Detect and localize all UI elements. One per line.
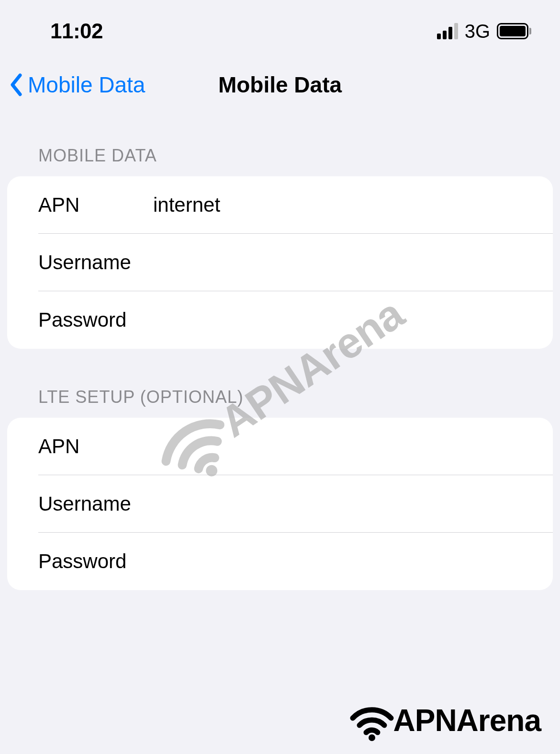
apn-label: APN [38, 194, 153, 217]
lte-password-row[interactable]: Password [7, 533, 553, 590]
password-input[interactable] [153, 308, 553, 331]
section-header-mobile-data: MOBILE DATA [7, 146, 553, 176]
section-group-mobile-data: APN Username Password [7, 176, 553, 349]
lte-password-label: Password [38, 550, 153, 573]
battery-icon [497, 23, 531, 39]
svg-point-1 [369, 734, 375, 741]
section-header-lte-setup: LTE SETUP (OPTIONAL) [7, 387, 553, 418]
navigation-bar: Mobile Data Mobile Data [0, 57, 560, 117]
username-input[interactable] [153, 251, 553, 274]
status-bar: 11:02 3G [0, 0, 560, 57]
lte-apn-input[interactable] [153, 435, 553, 458]
section-group-lte-setup: APN Username Password [7, 418, 553, 590]
username-row[interactable]: Username [7, 234, 553, 291]
lte-password-input[interactable] [153, 550, 553, 573]
password-label: Password [38, 308, 153, 331]
back-button[interactable]: Mobile Data [10, 72, 145, 98]
lte-username-row[interactable]: Username [7, 475, 553, 533]
apn-row[interactable]: APN [7, 176, 553, 234]
cellular-signal-icon [437, 23, 458, 39]
status-time: 11:02 [50, 19, 103, 43]
username-label: Username [38, 251, 153, 274]
status-indicators: 3G [437, 21, 531, 42]
watermark-bottom: APNArena [348, 697, 541, 744]
content-area: MOBILE DATA APN Username Password LTE SE… [0, 117, 560, 590]
lte-apn-row[interactable]: APN [7, 418, 553, 475]
chevron-left-icon [10, 73, 23, 96]
network-type: 3G [465, 21, 490, 42]
wifi-icon [348, 697, 396, 744]
lte-username-input[interactable] [153, 492, 553, 515]
apn-input[interactable] [153, 194, 553, 217]
back-label: Mobile Data [28, 72, 145, 98]
lte-username-label: Username [38, 492, 153, 515]
watermark-text: APNArena [393, 703, 541, 738]
password-row[interactable]: Password [7, 291, 553, 349]
lte-apn-label: APN [38, 435, 153, 458]
page-title: Mobile Data [218, 72, 342, 98]
